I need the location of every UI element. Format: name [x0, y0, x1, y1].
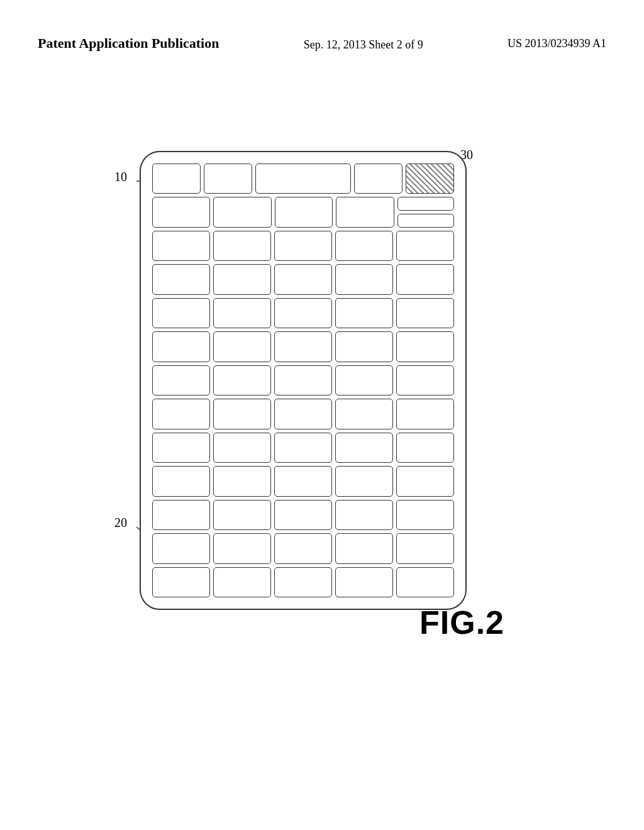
key: [396, 466, 454, 496]
key: [397, 214, 454, 228]
figure-label: FIG.2: [419, 604, 504, 641]
key: [335, 298, 393, 328]
key: [396, 298, 454, 328]
ref-label-10: 10: [114, 170, 127, 184]
key: [274, 264, 332, 294]
key: [274, 399, 332, 429]
key: [335, 365, 393, 396]
key-row-7: [152, 365, 454, 396]
key: [274, 231, 332, 261]
key: [213, 264, 271, 294]
key-row-5: [152, 298, 454, 328]
keyboard-body: [140, 151, 467, 610]
key: [274, 433, 332, 463]
key: [396, 500, 454, 530]
key: [152, 399, 210, 429]
publication-label: Patent Application Publication: [38, 35, 219, 53]
key-row-12: [152, 533, 454, 563]
key: [335, 466, 393, 496]
patent-number-label: US 2013/0234939 A1: [508, 35, 606, 50]
key: [213, 466, 271, 496]
key: [204, 163, 252, 194]
key: [274, 466, 332, 496]
key-hatched: [406, 163, 454, 194]
key: [152, 331, 210, 362]
key: [396, 399, 454, 429]
key: [396, 567, 454, 597]
key: [213, 365, 271, 396]
key-wide: [255, 163, 351, 194]
key-row-3: [152, 231, 454, 261]
key: [152, 231, 210, 261]
key: [335, 264, 393, 294]
key-row-2: [152, 197, 454, 227]
key: [152, 466, 210, 496]
key: [213, 500, 271, 530]
diagram-area: 10 20 30: [102, 113, 542, 692]
key: [152, 163, 201, 194]
key-row-11: [152, 500, 454, 530]
key: [274, 331, 332, 362]
key: [396, 365, 454, 396]
key: [152, 197, 210, 227]
key: [213, 197, 271, 227]
keyboard-keys-area: [152, 163, 454, 597]
key: [274, 533, 332, 563]
key: [152, 533, 210, 563]
key: [396, 433, 454, 463]
key: [396, 533, 454, 563]
key: [335, 500, 393, 530]
key: [274, 567, 332, 597]
key: [335, 567, 393, 597]
key: [274, 298, 332, 328]
key-row-9: [152, 433, 454, 463]
key: [152, 500, 210, 530]
key: [397, 197, 454, 211]
key: [213, 567, 271, 597]
key: [335, 533, 393, 563]
key: [335, 399, 393, 429]
key: [336, 197, 394, 227]
key: [213, 533, 271, 563]
key: [152, 365, 210, 396]
key: [213, 298, 271, 328]
date-sheet-label: Sep. 12, 2013 Sheet 2 of 9: [304, 35, 423, 53]
key-row-4: [152, 264, 454, 294]
key: [335, 331, 393, 362]
key: [396, 331, 454, 362]
key: [213, 399, 271, 429]
key-row-13: [152, 567, 454, 597]
key: [396, 264, 454, 294]
key-row-6: [152, 331, 454, 362]
key: [354, 163, 402, 194]
key: [335, 231, 393, 261]
key-row-1: [152, 163, 454, 194]
key: [152, 264, 210, 294]
key: [213, 433, 271, 463]
key: [152, 567, 210, 597]
key: [396, 231, 454, 261]
key: [335, 433, 393, 463]
key: [274, 365, 332, 396]
key-row-10: [152, 466, 454, 496]
key-row-8: [152, 399, 454, 429]
key: [274, 500, 332, 530]
key: [275, 197, 333, 227]
key: [152, 298, 210, 328]
key: [152, 433, 210, 463]
key: [213, 231, 271, 261]
ref-label-20: 20: [114, 516, 127, 530]
key: [213, 331, 271, 362]
